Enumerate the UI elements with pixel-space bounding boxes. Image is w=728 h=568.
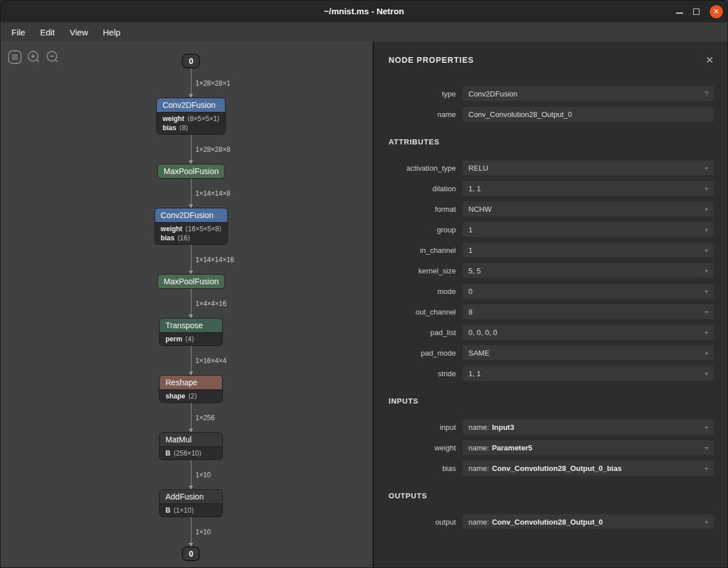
field-name-label: name [389,110,456,119]
edge-shape-label: 1×14×14×16 [195,256,234,264]
expander-icon[interactable]: + [704,184,709,193]
value-text: 1, 1 [468,369,481,378]
node-attributes: perm⟨4⟩ [160,332,223,345]
attribute-pad_list-value-box[interactable]: 0, 0, 0, 0+ [463,325,714,340]
field-name-value-box[interactable]: Conv_Convolution28_Output_0 [463,107,714,122]
expander-icon[interactable]: + [704,287,709,296]
menu-item-view[interactable]: View [62,24,95,41]
attr-key: shape [165,392,185,400]
expander-icon[interactable]: + [704,423,709,432]
expander-icon[interactable]: + [704,444,709,452]
value-text: 1, 1 [468,184,481,193]
node-attribute: B⟨1×10⟩ [165,506,217,515]
attribute-format-value-box[interactable]: NCHW+ [463,202,714,216]
inputs-heading: INPUTS [389,397,714,406]
close-icon[interactable]: ✕ [710,5,723,18]
graph-edge: 1×10 [191,460,191,489]
value-text: 5, 5 [468,267,481,275]
attribute-dilation-label: dilation [389,184,456,193]
input-weight: weightname:Parameter5+ [389,440,714,455]
zoom-out-icon[interactable] [45,50,60,65]
input-bias: biasname:Conv_Convolution28_Output_0_bia… [389,461,714,476]
node-attribute: B⟨256×10⟩ [165,449,217,458]
attribute-dilation: dilation1, 1+ [389,181,714,196]
attribute-pad_mode-value-box[interactable]: SAME+ [463,345,714,360]
expander-icon[interactable]: + [704,464,709,473]
menu-item-edit[interactable]: Edit [33,24,62,41]
edge-shape-label: 1×16×4×4 [195,357,226,365]
outputs-heading: OUTPUTS [389,492,714,501]
menu-item-file[interactable]: File [4,24,33,41]
attribute-kernel_size-value-box[interactable]: 5, 5+ [463,263,714,278]
edge-shape-label: 1×4×4×16 [195,300,226,308]
attr-key: weight [163,115,184,123]
graph-node-maxpoolfusion[interactable]: MaxPoolFusion [157,274,225,289]
value-prefix: name: [468,518,489,526]
input-weight-value-box[interactable]: name:Parameter5+ [463,440,714,455]
minimize-icon[interactable] [676,9,683,14]
graph-node-conv2dfusion[interactable]: Conv2DFusionweight⟨8×5×5×1⟩bias⟨8⟩ [156,98,226,135]
graph-panel[interactable]: 01×28×28×1Conv2DFusionweight⟨8×5×5×1⟩bia… [1,42,373,567]
panel-close-icon[interactable]: ✕ [706,55,714,65]
expander-icon[interactable]: + [704,349,709,357]
node-attribute: weight⟨16×5×5×8⟩ [161,224,222,233]
model-graph: 01×28×28×1Conv2DFusionweight⟨8×5×5×1⟩bia… [155,54,228,561]
expander-icon[interactable]: + [704,369,709,378]
attribute-dilation-value-box[interactable]: 1, 1+ [463,181,714,196]
graph-node-transpose[interactable]: Transposeperm⟨4⟩ [159,318,223,346]
expander-icon[interactable]: + [704,164,709,172]
menu-icon[interactable] [7,50,22,65]
graph-input-terminal[interactable]: 0 [182,54,200,69]
graph-output-terminal[interactable]: 0 [182,546,200,561]
attribute-mode-value-box[interactable]: 0+ [463,284,714,299]
value-text: 8 [468,308,472,316]
attribute-stride-value-box[interactable]: 1, 1+ [463,366,714,381]
attribute-in_channel: in_channel1+ [389,243,714,257]
graph-node-matmul[interactable]: MatMulB⟨256×10⟩ [159,432,223,460]
maximize-icon[interactable] [693,9,699,15]
attribute-in_channel-value-box[interactable]: 1+ [463,243,714,257]
field-type-value-box[interactable]: Conv2DFusion? [463,86,714,101]
expander-icon[interactable]: + [704,225,709,234]
attribute-pad_list-label: pad_list [389,328,456,337]
expander-icon[interactable]: + [704,267,709,275]
graph-node-addfusion[interactable]: AddFusionB⟨1×10⟩ [159,489,223,517]
attr-key: B [165,449,171,457]
value-text: 1 [468,225,472,234]
attr-value: ⟨8×5×5×1⟩ [187,115,220,123]
expander-icon[interactable]: + [704,308,709,316]
output-output-value-box[interactable]: name:Conv_Convolution28_Output_0+ [463,514,714,529]
graph-toolbar [7,50,60,65]
input-bias-value-box[interactable]: name:Conv_Convolution28_Output_0_bias+ [463,461,714,476]
expander-icon[interactable]: + [704,205,709,213]
attribute-stride-label: stride [389,369,456,378]
attribute-activation_type-label: activation_type [389,164,456,172]
input-input: inputname:Input3+ [389,420,714,434]
expander-icon[interactable]: + [704,328,709,337]
attributes-heading: ATTRIBUTES [389,138,714,147]
zoom-in-icon[interactable] [26,50,41,65]
field-name: nameConv_Convolution28_Output_0 [389,107,714,122]
graph-node-conv2dfusion[interactable]: Conv2DFusionweight⟨16×5×5×8⟩bias⟨16⟩ [155,208,228,245]
node-attribute: shape⟨2⟩ [165,392,217,401]
edge-shape-label: 1×10 [195,471,211,479]
attr-key: B [165,506,171,514]
attribute-in_channel-label: in_channel [389,246,456,255]
value-text: Input3 [492,423,514,432]
edge-shape-label: 1×10 [195,528,211,536]
expander-icon[interactable]: + [704,246,709,255]
menu-item-help[interactable]: Help [95,24,128,41]
graph-node-maxpoolfusion[interactable]: MaxPoolFusion [157,164,225,179]
attr-value: ⟨16×5×5×8⟩ [185,225,222,233]
input-input-value-box[interactable]: name:Input3+ [463,420,714,434]
attr-key: weight [161,225,183,233]
node-attributes: weight⟨16×5×5×8⟩bias⟨16⟩ [155,222,228,244]
attribute-activation_type-value-box[interactable]: RELU+ [463,160,714,175]
attribute-group-value-box[interactable]: 1+ [463,222,714,237]
attribute-out_channel-value-box[interactable]: 8+ [463,304,714,319]
window-title: ~/mnist.ms - Netron [1,1,727,22]
expander-icon[interactable]: + [704,518,709,526]
node-title: Reshape [160,376,223,389]
graph-node-reshape[interactable]: Reshapeshape⟨2⟩ [159,375,223,403]
expander-icon[interactable]: ? [705,90,709,98]
